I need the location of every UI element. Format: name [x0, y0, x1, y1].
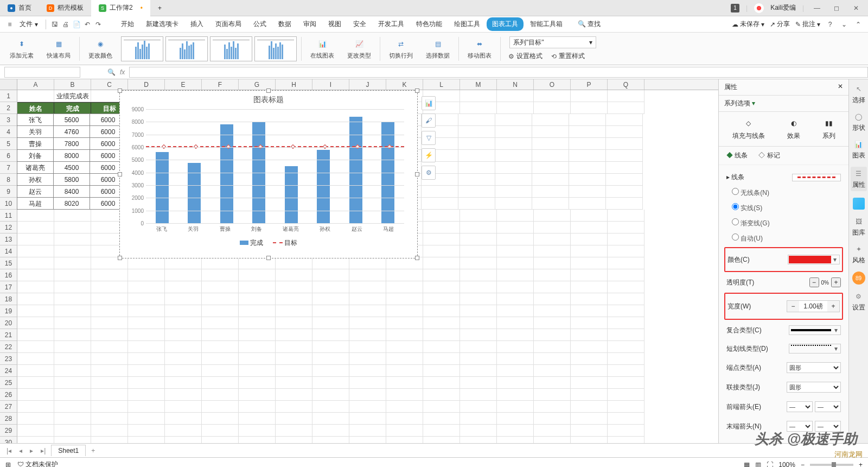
cell[interactable]	[571, 413, 608, 425]
cell[interactable]	[534, 317, 571, 329]
menu-tab[interactable]: 图表工具	[487, 17, 524, 31]
cell[interactable]	[17, 425, 54, 437]
zoom-out-icon[interactable]: −	[801, 461, 805, 468]
cell[interactable]	[17, 389, 54, 401]
cell[interactable]	[91, 353, 128, 365]
cell[interactable]	[165, 329, 202, 341]
cell[interactable]	[608, 257, 644, 269]
cell[interactable]	[91, 317, 128, 329]
row-header[interactable]: 6	[0, 150, 17, 162]
cell[interactable]	[165, 401, 202, 413]
chart-bar[interactable]	[349, 117, 362, 223]
cell[interactable]	[128, 305, 165, 317]
cell[interactable]	[276, 437, 312, 443]
cell[interactable]	[54, 234, 91, 245]
arrow-end-size[interactable]: —	[815, 421, 841, 432]
side-select[interactable]: ↖选择	[852, 84, 865, 105]
cell[interactable]	[534, 425, 571, 437]
cell[interactable]	[128, 269, 165, 281]
cell[interactable]	[276, 377, 312, 389]
cell[interactable]	[569, 174, 606, 186]
cell[interactable]	[165, 317, 202, 329]
cell[interactable]	[202, 329, 239, 341]
menu-tab[interactable]: 安全	[348, 17, 372, 31]
column-header[interactable]: A	[17, 79, 54, 90]
cell[interactable]	[54, 437, 91, 443]
cell[interactable]	[534, 365, 571, 377]
cell[interactable]	[17, 341, 54, 353]
cell[interactable]	[460, 222, 497, 234]
cell[interactable]	[497, 377, 534, 389]
cell[interactable]	[460, 281, 497, 293]
row-header[interactable]: 7	[0, 162, 17, 174]
line-preview[interactable]	[792, 174, 841, 181]
cell[interactable]	[497, 425, 534, 437]
tab-home[interactable]: ●首页	[0, 0, 39, 16]
menu-tab[interactable]: 绘图工具	[449, 17, 486, 31]
sheet-add[interactable]: +	[89, 447, 97, 455]
cell[interactable]	[458, 186, 495, 198]
save-icon[interactable]: 🖫	[50, 20, 59, 29]
cell[interactable]	[460, 317, 497, 329]
move-chart-button[interactable]: ⬌移动图表	[463, 35, 496, 63]
sheet-nav-next[interactable]: ▸	[28, 447, 35, 455]
cell[interactable]: 马超	[17, 197, 54, 210]
cell[interactable]	[458, 126, 495, 138]
cell[interactable]	[165, 353, 202, 365]
cell[interactable]	[386, 389, 423, 401]
cell[interactable]	[239, 329, 276, 341]
cell[interactable]	[534, 257, 571, 269]
cell[interactable]	[91, 425, 128, 437]
cell[interactable]	[497, 257, 534, 269]
cell[interactable]	[386, 365, 423, 377]
unsaved-button[interactable]: ☁ 未保存 ▾	[732, 20, 764, 29]
menu-tab[interactable]: 插入	[185, 17, 209, 31]
cell[interactable]	[571, 341, 608, 353]
cell[interactable]	[202, 281, 239, 293]
cell[interactable]	[54, 281, 91, 293]
cell[interactable]	[423, 245, 460, 257]
cell[interactable]	[532, 138, 569, 150]
cell[interactable]	[128, 317, 165, 329]
column-header[interactable]: D	[128, 79, 165, 90]
cell[interactable]	[571, 90, 608, 102]
menu-tab[interactable]: 数据	[273, 17, 297, 31]
cell[interactable]	[534, 293, 571, 305]
arrow-end-type[interactable]: —	[787, 421, 813, 432]
cell[interactable]	[312, 329, 349, 341]
cell[interactable]	[423, 365, 460, 377]
spreadsheet[interactable]: ABCDEFGHIJKLMNOPQ 1业绩完成表2姓名完成目标3张飞560060…	[0, 79, 718, 443]
column-header[interactable]: O	[534, 79, 571, 90]
cell[interactable]	[54, 353, 91, 365]
row-header[interactable]: 2	[0, 102, 17, 114]
cell[interactable]	[606, 114, 643, 126]
cell[interactable]	[532, 162, 569, 174]
cell[interactable]	[165, 281, 202, 293]
cell[interactable]	[239, 305, 276, 317]
cell[interactable]	[608, 437, 644, 443]
minimize-icon[interactable]: —	[810, 2, 824, 15]
cell[interactable]	[571, 234, 608, 245]
cell[interactable]	[91, 269, 128, 281]
row-header[interactable]: 9	[0, 186, 17, 198]
row-header[interactable]: 27	[0, 401, 17, 413]
cell[interactable]	[423, 317, 460, 329]
cell[interactable]	[569, 198, 606, 210]
cell[interactable]	[54, 245, 91, 257]
cell[interactable]	[571, 305, 608, 317]
cell[interactable]	[239, 269, 276, 281]
cell[interactable]	[497, 305, 534, 317]
cell[interactable]	[17, 365, 54, 377]
cell[interactable]	[312, 377, 349, 389]
cell[interactable]	[495, 138, 532, 150]
cell[interactable]	[608, 401, 644, 413]
cell[interactable]	[532, 114, 569, 126]
view-fullscreen-icon[interactable]: ⛶	[767, 461, 773, 468]
cell[interactable]	[91, 305, 128, 317]
cell[interactable]	[17, 222, 54, 234]
cell[interactable]	[606, 162, 643, 174]
print-icon[interactable]: 🖨	[61, 20, 70, 29]
cell[interactable]	[571, 377, 608, 389]
cell[interactable]	[239, 353, 276, 365]
cell[interactable]	[202, 389, 239, 401]
